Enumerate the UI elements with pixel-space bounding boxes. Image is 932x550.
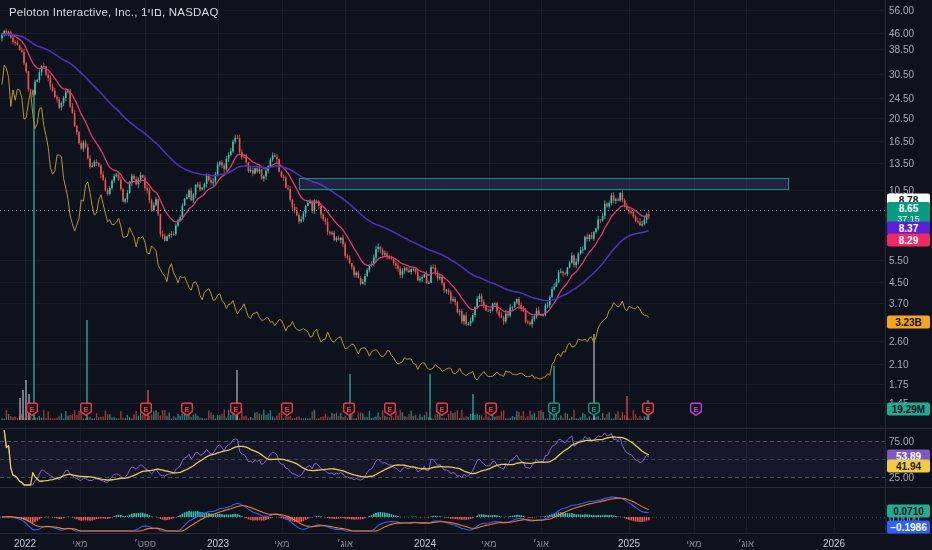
earnings-icon[interactable]: E bbox=[435, 402, 449, 417]
time-label-month: ספט׳ bbox=[134, 538, 156, 549]
rsi-ma-badge: 41.94 bbox=[887, 460, 930, 473]
price-tick: 20.50 bbox=[889, 113, 929, 124]
price-tick: 46.00 bbox=[889, 28, 929, 39]
svg-text:E: E bbox=[143, 405, 148, 414]
price-tick: 56.00 bbox=[889, 5, 929, 16]
time-label-month: מאי bbox=[687, 538, 702, 549]
price-tick: 75.00 bbox=[889, 436, 929, 447]
svg-text:E: E bbox=[233, 405, 238, 414]
price-tick: 24.50 bbox=[889, 93, 929, 104]
badge-value: 41.94 bbox=[896, 461, 921, 472]
svg-text:E: E bbox=[693, 405, 698, 414]
tradingview-chart: Peloton Interactive, Inc., 1יום, NASDAQ … bbox=[0, 0, 932, 550]
svg-text:E: E bbox=[591, 405, 596, 414]
price-tick: 16.50 bbox=[889, 136, 929, 147]
earnings-icon[interactable]: E bbox=[229, 402, 243, 417]
earnings-icon[interactable]: E bbox=[547, 402, 561, 417]
svg-text:E: E bbox=[29, 405, 34, 414]
earnings-icon[interactable]: E bbox=[25, 402, 39, 417]
rectangle-drawing[interactable] bbox=[299, 178, 789, 190]
time-label-month: מאי bbox=[482, 538, 497, 549]
svg-text:E: E bbox=[488, 405, 493, 414]
badge-value: 8.29 bbox=[899, 235, 918, 246]
price-tick: 13.50 bbox=[889, 158, 929, 169]
svg-text:E: E bbox=[83, 405, 88, 414]
time-label-year: 2025 bbox=[618, 538, 640, 549]
earnings-icon[interactable]: E bbox=[342, 402, 356, 417]
price-tick: 30.50 bbox=[889, 69, 929, 80]
earnings-icon[interactable]: E bbox=[79, 402, 93, 417]
earnings-icon[interactable]: E bbox=[383, 402, 397, 417]
price-tick: 1.75 bbox=[889, 379, 929, 390]
macd-signal-badge: −0.1986 bbox=[887, 521, 930, 534]
time-label-month: אוג׳ bbox=[738, 538, 754, 549]
symbol-name[interactable]: Peloton Interactive, Inc., bbox=[9, 6, 138, 18]
badge-value: −0.1986 bbox=[890, 522, 926, 533]
time-label-month: מאי bbox=[275, 538, 290, 549]
time-label-month: אוג׳ bbox=[533, 538, 549, 549]
earnings-icon[interactable]: E bbox=[280, 402, 294, 417]
svg-text:E: E bbox=[645, 405, 650, 414]
earnings-icon[interactable]: E bbox=[641, 402, 655, 417]
price-tick: 38.50 bbox=[889, 44, 929, 55]
time-label-year: 2026 bbox=[823, 538, 845, 549]
price-tick: 4.50 bbox=[889, 277, 929, 288]
macd-badge: 0.0710 bbox=[887, 505, 930, 518]
price-tick: 25.00 bbox=[889, 472, 929, 483]
earnings-icon[interactable]: E bbox=[180, 402, 194, 417]
badge-value: 8.37 bbox=[899, 223, 918, 234]
badge-value: 0.0710 bbox=[893, 506, 924, 517]
svg-text:E: E bbox=[346, 405, 351, 414]
time-label-month: מאי bbox=[73, 538, 88, 549]
chart-canvas[interactable] bbox=[0, 0, 932, 550]
time-label-month: אוג׳ bbox=[337, 538, 353, 549]
svg-text:E: E bbox=[551, 405, 556, 414]
volume-badge: 19.29M bbox=[887, 403, 930, 416]
earnings-icon[interactable]: E bbox=[484, 402, 498, 417]
price-tick: 3.70 bbox=[889, 298, 929, 309]
time-label-year: 2022 bbox=[14, 538, 36, 549]
time-label-year: 2024 bbox=[414, 538, 436, 549]
price-tick: 2.60 bbox=[889, 336, 929, 347]
ma-fast-badge: 8.29 bbox=[887, 234, 930, 247]
interval-label[interactable]: 1יום bbox=[141, 6, 162, 18]
overlay-value-badge: 3.23B bbox=[887, 316, 930, 329]
svg-text:E: E bbox=[184, 405, 189, 414]
svg-text:E: E bbox=[439, 405, 444, 414]
time-label-year: 2023 bbox=[207, 538, 229, 549]
badge-value: 3.23B bbox=[895, 317, 922, 328]
badge-value: 8.65 bbox=[899, 203, 918, 214]
symbol-title[interactable]: Peloton Interactive, Inc., 1יום, NASDAQ bbox=[9, 6, 219, 18]
earnings-icon[interactable]: E bbox=[139, 402, 153, 417]
earnings-icon[interactable]: E bbox=[689, 402, 703, 417]
earnings-icon[interactable]: E bbox=[587, 402, 601, 417]
price-tick: 5.50 bbox=[889, 255, 929, 266]
exchange-label[interactable]: , NASDAQ bbox=[162, 6, 219, 18]
svg-text:E: E bbox=[284, 405, 289, 414]
badge-value: 19.29M bbox=[892, 404, 925, 415]
price-tick: 2.10 bbox=[889, 359, 929, 370]
svg-text:E: E bbox=[387, 405, 392, 414]
